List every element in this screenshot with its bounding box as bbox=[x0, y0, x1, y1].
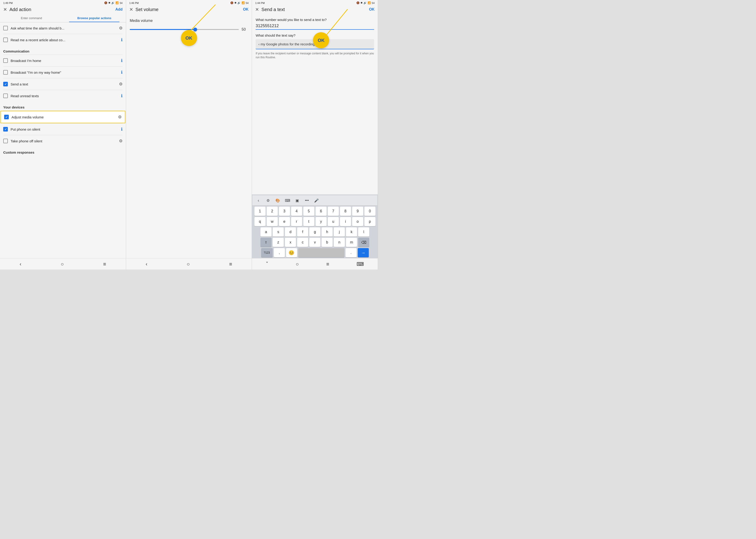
checkbox-checked[interactable] bbox=[3, 82, 8, 86]
key-4[interactable]: 4 bbox=[291, 207, 302, 216]
key-send[interactable]: → bbox=[358, 248, 369, 257]
key-w[interactable]: w bbox=[267, 217, 278, 226]
key-f[interactable]: f bbox=[297, 227, 308, 237]
gear-icon: ⚙ bbox=[118, 115, 122, 119]
checkbox[interactable] bbox=[3, 94, 8, 98]
key-2[interactable]: 2 bbox=[267, 207, 278, 216]
key-i[interactable]: i bbox=[340, 217, 351, 226]
list-item[interactable]: Take phone off silent ⚙ bbox=[0, 135, 126, 147]
keyboard-settings-btn[interactable]: ⚙ bbox=[264, 197, 272, 204]
key-u[interactable]: u bbox=[328, 217, 339, 226]
checkbox-checked[interactable] bbox=[3, 127, 8, 131]
key-d[interactable]: d bbox=[285, 227, 296, 237]
key-6[interactable]: 6 bbox=[315, 207, 327, 216]
list-item[interactable]: Send a text ⚙ bbox=[0, 78, 126, 90]
info-icon: ℹ bbox=[121, 93, 123, 98]
close-button-3[interactable]: ✕ bbox=[255, 7, 259, 12]
key-5[interactable]: 5 bbox=[303, 207, 314, 216]
keyboard-hide-button[interactable]: ⌨ bbox=[357, 261, 364, 267]
key-c[interactable]: c bbox=[297, 238, 308, 247]
key-0[interactable]: 0 bbox=[365, 207, 376, 216]
keyboard-clip-btn[interactable]: ▣ bbox=[293, 197, 301, 204]
key-space[interactable] bbox=[298, 248, 344, 257]
nav-bar-2: ‹ ○ ≡ bbox=[126, 258, 252, 270]
back-button-2[interactable]: ‹ bbox=[146, 261, 147, 267]
key-j[interactable]: j bbox=[334, 227, 345, 237]
checkbox-checked[interactable] bbox=[4, 115, 9, 119]
ok-button-2[interactable]: OK bbox=[243, 7, 248, 12]
collapse-button[interactable]: ˅ bbox=[266, 261, 268, 267]
keyboard-layout-btn[interactable]: ⌨ bbox=[283, 197, 292, 204]
key-r[interactable]: r bbox=[291, 217, 302, 226]
list-item-highlighted[interactable]: Adjust media volume ⚙ bbox=[0, 111, 126, 123]
keyboard-more-btn[interactable]: ••• bbox=[302, 197, 311, 204]
key-v[interactable]: v bbox=[309, 238, 320, 247]
menu-button[interactable]: ≡ bbox=[103, 261, 106, 267]
keyboard-mic-btn[interactable]: 🎤 bbox=[312, 197, 321, 204]
close-button-2[interactable]: ✕ bbox=[129, 7, 133, 12]
key-s[interactable]: s bbox=[273, 227, 284, 237]
list-item[interactable]: Broadcast I'm home ℹ bbox=[0, 55, 126, 66]
key-period[interactable]: . bbox=[346, 248, 357, 257]
hint-text: If you leave the recipient number or mes… bbox=[256, 51, 374, 59]
list-item[interactable]: Read me a recent article about co... ℹ bbox=[0, 34, 126, 45]
key-comma[interactable]: , bbox=[274, 248, 285, 257]
checkbox[interactable] bbox=[3, 58, 8, 63]
key-e[interactable]: e bbox=[279, 217, 290, 226]
key-7[interactable]: 7 bbox=[328, 207, 339, 216]
key-o[interactable]: o bbox=[352, 217, 363, 226]
checkbox[interactable] bbox=[3, 70, 8, 75]
key-p[interactable]: p bbox=[365, 217, 376, 226]
list-item[interactable]: Ask what time the alarm should b... ⚙ bbox=[0, 22, 126, 34]
kb-row-z: ⇧ z x c v b n m ⌫ bbox=[253, 238, 377, 247]
slider-value: 50 bbox=[242, 28, 248, 32]
key-a[interactable]: a bbox=[260, 227, 272, 237]
list-item[interactable]: Read unread texts ℹ bbox=[0, 90, 126, 102]
checkbox[interactable] bbox=[3, 26, 8, 31]
status-icons-3: 🔕 ✱ 🔊 📶 54 bbox=[356, 1, 375, 4]
add-button[interactable]: Add bbox=[116, 7, 123, 12]
key-t[interactable]: t bbox=[303, 217, 314, 226]
keyboard-back-btn[interactable]: ‹ bbox=[254, 197, 263, 204]
key-8[interactable]: 8 bbox=[340, 207, 351, 216]
key-x[interactable]: x bbox=[285, 238, 296, 247]
home-button-3[interactable]: ○ bbox=[296, 261, 299, 267]
close-button-1[interactable]: ✕ bbox=[3, 7, 7, 12]
checkbox[interactable] bbox=[3, 38, 8, 42]
phone-number-field[interactable]: 3125551212 bbox=[256, 24, 374, 30]
key-y[interactable]: y bbox=[315, 217, 327, 226]
home-button[interactable]: ○ bbox=[61, 261, 64, 267]
key-b[interactable]: b bbox=[321, 238, 333, 247]
kb-row-numbers: 1 2 3 4 5 6 7 8 9 0 bbox=[253, 207, 377, 216]
question-1: What number would you like to send a tex… bbox=[256, 18, 374, 22]
list-item[interactable]: Broadcast "I'm on my way home" ℹ bbox=[0, 67, 126, 78]
key-emoji[interactable]: 😊 bbox=[286, 248, 297, 257]
key-k[interactable]: k bbox=[346, 227, 357, 237]
key-z[interactable]: z bbox=[273, 238, 284, 247]
key-numbers-toggle[interactable]: ?123 bbox=[261, 248, 273, 257]
key-9[interactable]: 9 bbox=[352, 207, 363, 216]
back-button[interactable]: ‹ bbox=[20, 261, 21, 267]
tab-enter-command[interactable]: Enter command bbox=[0, 14, 63, 22]
key-1[interactable]: 1 bbox=[254, 207, 266, 216]
list-item[interactable]: Put phone on silent ℹ bbox=[0, 123, 126, 135]
gear-icon: ⚙ bbox=[119, 82, 123, 87]
home-button-2[interactable]: ○ bbox=[187, 261, 190, 267]
key-h[interactable]: h bbox=[321, 227, 333, 237]
key-backspace[interactable]: ⌫ bbox=[358, 238, 369, 247]
key-l[interactable]: l bbox=[358, 227, 369, 237]
key-shift[interactable]: ⇧ bbox=[260, 238, 272, 247]
checkbox[interactable] bbox=[3, 139, 8, 143]
key-q[interactable]: q bbox=[254, 217, 266, 226]
section-custom: Custom responses bbox=[0, 147, 126, 156]
tab-browse-popular[interactable]: Browse popular actions bbox=[63, 14, 126, 22]
top-bar-3: ✕ Send a text OK bbox=[252, 5, 378, 14]
menu-button-3[interactable]: ≡ bbox=[326, 261, 329, 267]
keyboard-theme-btn[interactable]: 🎨 bbox=[274, 197, 282, 204]
key-g[interactable]: g bbox=[309, 227, 320, 237]
key-n[interactable]: n bbox=[334, 238, 345, 247]
menu-button-2[interactable]: ≡ bbox=[229, 261, 232, 267]
ok-button-3[interactable]: OK bbox=[369, 7, 375, 12]
key-m[interactable]: m bbox=[346, 238, 357, 247]
key-3[interactable]: 3 bbox=[279, 207, 290, 216]
